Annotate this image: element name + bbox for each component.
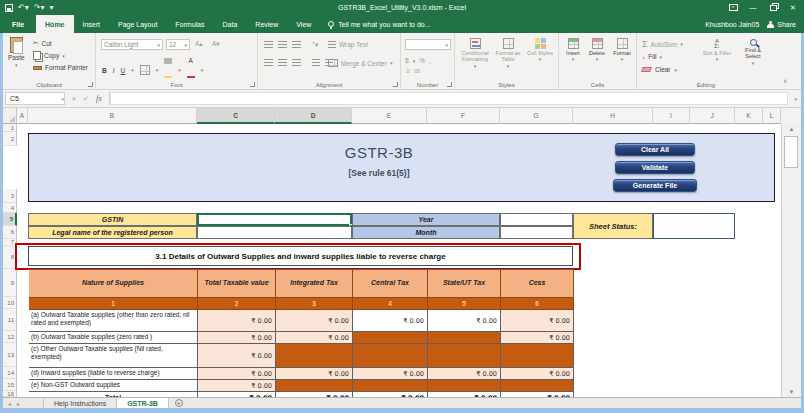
delete-cells-button[interactable]: Delete▾	[586, 38, 608, 63]
column-header-A[interactable]: A	[17, 108, 28, 124]
number-format-select[interactable]: ▾	[405, 39, 451, 50]
column-header-K[interactable]: K	[735, 108, 763, 124]
format-as-table-button[interactable]: Format as Table▾	[492, 38, 524, 69]
ribbon-tab-data[interactable]: Data	[214, 15, 247, 33]
table-cell-r4c6[interactable]: ₹ 0.00	[501, 368, 574, 380]
percent-icon[interactable]: %	[419, 57, 425, 64]
clipboard-dialog-launcher[interactable]	[88, 82, 93, 87]
ribbon-tab-review[interactable]: Review	[246, 15, 287, 33]
align-middle-icon[interactable]	[278, 41, 287, 48]
wrap-text-button[interactable]: Wrap Text	[328, 41, 368, 48]
row-header-4[interactable]: 4	[3, 203, 17, 213]
decrease-decimal-icon[interactable]: .00	[413, 68, 420, 74]
comma-icon[interactable]: ,	[429, 57, 431, 64]
row-header-14[interactable]: 14	[3, 367, 17, 379]
select-all-corner[interactable]	[3, 108, 17, 124]
column-header-G[interactable]: G	[500, 108, 573, 124]
scrollbar-thumb[interactable]	[784, 136, 798, 168]
expand-formula-bar-icon[interactable]: ▾	[790, 96, 801, 102]
cut-button[interactable]: ✂ Cut	[33, 39, 52, 47]
prev-sheet-icon[interactable]: ◂	[8, 400, 11, 407]
enter-entry-icon[interactable]: ✓	[83, 95, 89, 103]
validate-button[interactable]: Validate	[615, 161, 695, 174]
font-name-select[interactable]: Calibri Light▾	[101, 39, 163, 50]
share-button[interactable]: Share	[767, 21, 796, 28]
insert-function-icon[interactable]: fx	[96, 94, 102, 103]
column-header-C[interactable]: C	[197, 108, 275, 124]
legal-name-input[interactable]	[197, 226, 352, 239]
formula-input[interactable]	[110, 92, 789, 105]
scroll-up-icon[interactable]: ▲	[782, 126, 801, 132]
column-header-D[interactable]: D	[275, 108, 352, 124]
customize-qat-icon[interactable]: ▾	[49, 4, 53, 12]
font-dialog-launcher[interactable]	[250, 82, 255, 87]
decrease-indent-icon[interactable]	[312, 59, 320, 66]
alignment-dialog-launcher[interactable]	[393, 82, 398, 87]
save-icon[interactable]	[5, 4, 13, 12]
table-cell-r4c2[interactable]: ₹ 0.00	[198, 368, 276, 380]
ribbon-display-options-icon[interactable]: ^	[724, 1, 742, 14]
ribbon-tab-view[interactable]: View	[287, 15, 320, 33]
table-cell-r4c5[interactable]: ₹ 0.00	[428, 368, 501, 380]
currency-icon[interactable]: $	[405, 57, 409, 64]
vertical-scrollbar[interactable]: ▲ ▼	[781, 124, 801, 397]
find-select-button[interactable]: Find & Select▾	[737, 39, 769, 66]
font-size-select[interactable]: 12▾	[166, 39, 190, 50]
ribbon-tab-home[interactable]: Home	[36, 15, 73, 33]
new-sheet-button[interactable]: +	[175, 399, 183, 407]
column-header-L[interactable]: L	[763, 108, 781, 124]
gstin-input[interactable]	[197, 213, 352, 226]
column-header-B[interactable]: B	[28, 108, 197, 124]
name-box-dropdown-icon[interactable]: ▾	[61, 96, 64, 102]
sheet-tab-help-instructions[interactable]: Help Instructions	[43, 398, 117, 408]
fill-color-icon[interactable]	[164, 58, 172, 82]
align-left-icon[interactable]	[264, 59, 273, 66]
conditional-formatting-button[interactable]: Conditional Formatting▾	[458, 38, 492, 69]
table-cell-r1c3[interactable]: ₹ 0.00	[276, 310, 353, 332]
table-cell-r1c4[interactable]: ₹ 0.00	[353, 310, 428, 332]
undo-icon[interactable]: ↶▾	[18, 4, 29, 12]
year-input[interactable]	[500, 213, 573, 226]
fill-button[interactable]: ↓ Fill▾	[642, 53, 662, 60]
table-cell-r1c2[interactable]: ₹ 0.00	[198, 310, 276, 332]
column-header-E[interactable]: E	[352, 108, 427, 124]
increase-decimal-icon[interactable]: .0	[405, 68, 409, 74]
table-cell-r5c2[interactable]: ₹ 0.00	[198, 380, 276, 392]
orientation-icon[interactable]: ⌝▾	[312, 41, 318, 49]
ribbon-tab-insert[interactable]: Insert	[74, 15, 110, 33]
align-bottom-icon[interactable]	[292, 41, 301, 48]
scroll-down-icon[interactable]: ▼	[782, 389, 801, 395]
row-header-6[interactable]: 6	[3, 226, 17, 239]
borders-icon[interactable]	[140, 65, 150, 75]
clear-all-button[interactable]: Clear All	[615, 143, 695, 156]
cancel-entry-icon[interactable]: ×	[72, 95, 76, 102]
next-sheet-icon[interactable]: ▸	[17, 400, 20, 407]
ribbon-tab-formulas[interactable]: Formulas	[166, 15, 213, 33]
column-header-J[interactable]: J	[690, 108, 735, 124]
row-header-1[interactable]: 1	[3, 124, 17, 132]
generate-file-button[interactable]: Generate File	[613, 179, 697, 192]
table-cell-r2c2[interactable]: ₹ 0.00	[198, 332, 276, 344]
italic-button[interactable]: I	[113, 67, 115, 74]
row-header-5[interactable]: 5	[3, 213, 17, 226]
row-header-15[interactable]: 15	[3, 379, 17, 391]
redo-icon[interactable]: ↷▾	[34, 4, 45, 12]
font-color-icon[interactable]: A	[187, 58, 195, 82]
row-header-13[interactable]: 13	[3, 343, 17, 367]
underline-button[interactable]: U	[121, 67, 126, 74]
table-cell-r3c2[interactable]: ₹ 0.00	[198, 344, 276, 368]
merge-center-button[interactable]: Merge & Center ▾	[328, 59, 392, 67]
row-header-9[interactable]: 9	[3, 269, 17, 297]
table-cell-r4c3[interactable]: ₹ 0.00	[276, 368, 353, 380]
restore-button[interactable]	[764, 1, 782, 14]
insert-cells-button[interactable]: Insert▾	[562, 38, 584, 63]
paste-button[interactable]: Paste▾	[8, 37, 25, 68]
sheet-tab-gstr-3b[interactable]: GSTR-3B	[117, 398, 169, 408]
format-painter-button[interactable]: Format Painter	[33, 64, 88, 71]
minimize-button[interactable]: —	[744, 1, 762, 14]
bold-button[interactable]: B	[102, 67, 107, 74]
column-header-I[interactable]: I	[653, 108, 690, 124]
row-header-10[interactable]: 10	[3, 297, 17, 309]
sort-filter-button[interactable]: AZ↓ Sort & Filter▾	[701, 39, 733, 63]
column-header-F[interactable]: F	[427, 108, 500, 124]
